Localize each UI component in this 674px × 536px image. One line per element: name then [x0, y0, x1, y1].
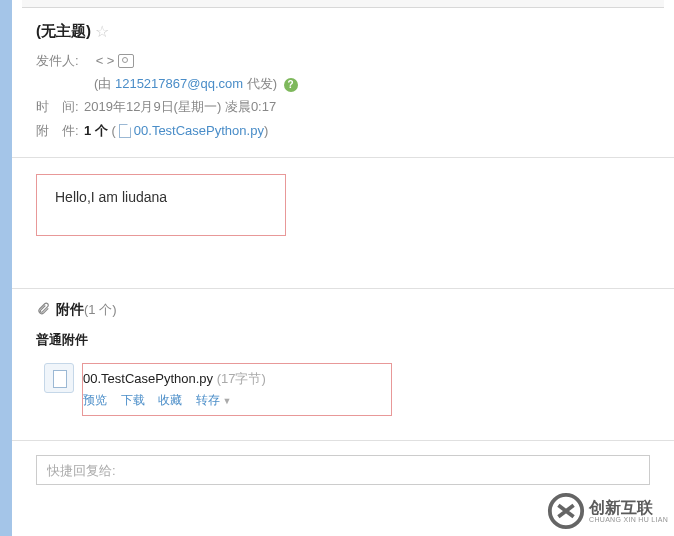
attachment-filename-link[interactable]: 00.TestCasePython.py — [134, 119, 264, 143]
watermark: 创新互联 CHUANG XIN HU LIAN — [547, 492, 668, 530]
watermark-logo-icon — [547, 492, 585, 530]
subject-text: (无主题) — [36, 22, 91, 41]
attachment-highlight: 00.TestCasePython.py (17字节) 预览 下载 收藏 转存 … — [82, 363, 392, 416]
file-icon-large — [44, 363, 74, 393]
favorite-link[interactable]: 收藏 — [158, 393, 182, 407]
time-value: 2019年12月9日(星期一) 凌晨0:17 — [84, 95, 276, 119]
attachment-meta-row: 附 件: 1 个 ( 00.TestCasePython.py ) — [36, 119, 654, 143]
paren-open: ( — [111, 119, 115, 143]
chevron-down-icon: ▼ — [220, 396, 231, 406]
sender-bracket-open — [88, 49, 92, 73]
sidebar-accent — [0, 0, 12, 536]
attachment-header: 附件 (1 个) — [36, 301, 654, 319]
subject-row: (无主题) ☆ — [36, 22, 654, 41]
attachment-section-title: 附件 — [56, 301, 84, 319]
normal-attachment-label: 普通附件 — [36, 331, 654, 349]
forward-link[interactable]: 转存 ▼ — [196, 393, 231, 407]
body-text: Hello,I am liudana — [55, 189, 167, 205]
proxy-row: (由 1215217867@qq.com 代发) ? — [36, 73, 654, 95]
attachment-count: 1 个 — [84, 119, 108, 143]
watermark-text: 创新互联 CHUANG XIN HU LIAN — [589, 500, 668, 523]
proxy-email: 1215217867@qq.com — [115, 76, 243, 91]
sender-label: 发件人: — [36, 49, 84, 73]
attachment-section-count: (1 个) — [84, 301, 117, 319]
mail-header: (无主题) ☆ 发件人: < > (由 1215217867@qq.com 代发… — [12, 8, 674, 158]
attachment-item-row: 00.TestCasePython.py (17字节) 预览 下载 收藏 转存 … — [36, 355, 654, 424]
watermark-cn: 创新互联 — [589, 500, 668, 516]
body-content-highlight: Hello,I am liudana — [36, 174, 286, 236]
proxy-prefix: (由 — [94, 76, 115, 91]
contact-card-icon[interactable] — [118, 54, 134, 68]
proxy-suffix: 代发) — [243, 76, 277, 91]
attachment-info: 00.TestCasePython.py (17字节) 预览 下载 收藏 转存 … — [83, 370, 379, 409]
time-row: 时 间: 2019年12月9日(星期一) 凌晨0:17 — [36, 95, 654, 119]
help-icon[interactable]: ? — [284, 78, 298, 92]
download-link[interactable]: 下载 — [121, 393, 145, 407]
star-icon[interactable]: ☆ — [95, 22, 109, 41]
quick-reply-input[interactable] — [36, 455, 650, 485]
paren-close: ) — [264, 119, 268, 143]
attachment-section: 附件 (1 个) 普通附件 00.TestCasePython.py (17字节… — [12, 288, 674, 440]
mail-container: (无主题) ☆ 发件人: < > (由 1215217867@qq.com 代发… — [12, 0, 674, 499]
mail-body: Hello,I am liudana — [12, 158, 674, 288]
paperclip-icon — [36, 302, 50, 319]
attachment-item-filename: 00.TestCasePython.py — [83, 371, 213, 386]
attachment-label: 附 件: — [36, 119, 84, 143]
sender-value: < > — [96, 49, 115, 73]
time-label: 时 间: — [36, 95, 84, 119]
top-divider — [22, 0, 664, 8]
attachment-item-size: (17字节) — [217, 371, 266, 386]
file-icon — [119, 124, 131, 138]
quick-reply-section — [12, 440, 674, 499]
watermark-en: CHUANG XIN HU LIAN — [589, 516, 668, 523]
attachment-actions: 预览 下载 收藏 转存 ▼ — [83, 392, 379, 409]
preview-link[interactable]: 预览 — [83, 393, 107, 407]
sender-row: 发件人: < > — [36, 49, 654, 73]
